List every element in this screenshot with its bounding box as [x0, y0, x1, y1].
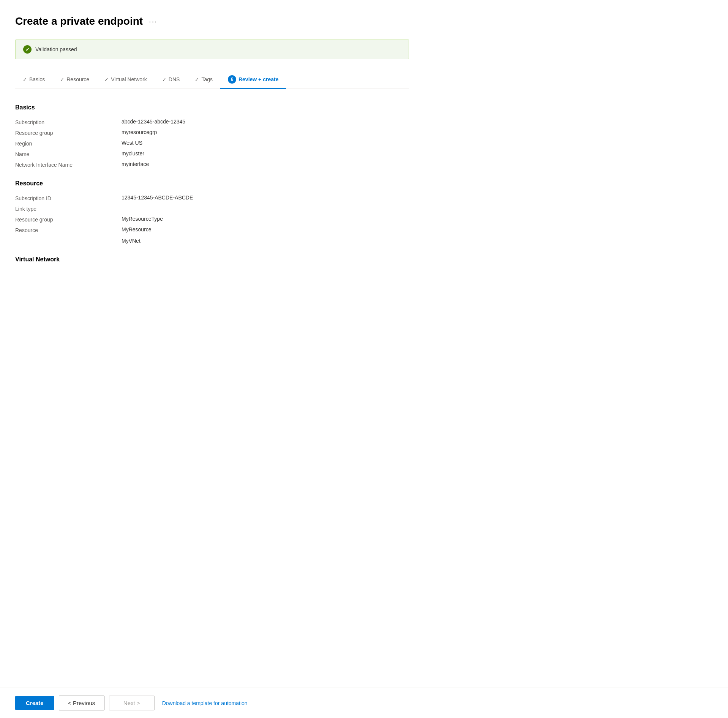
dns-check-icon: ✓: [162, 77, 166, 82]
tab-tags-label: Tags: [201, 76, 213, 82]
field-value-subscription-id: 12345-12345-ABCDE-ABCDE: [122, 195, 193, 201]
tab-basics-label: Basics: [29, 76, 45, 82]
field-row-name: Name mycluster: [15, 150, 409, 157]
basics-section-title: Basics: [15, 104, 409, 111]
field-label-region: Region: [15, 140, 122, 147]
field-row-subscription-id: Subscription ID 12345-12345-ABCDE-ABCDE: [15, 195, 409, 201]
validation-banner: Validation passed: [15, 40, 409, 59]
field-value-resource: MyResource: [122, 226, 152, 232]
tab-virtual-network-label: Virtual Network: [111, 76, 147, 82]
tab-resource-label: Resource: [66, 76, 89, 82]
field-label-subscription: Subscription: [15, 119, 122, 125]
field-label-resource-group-resource: Resource group: [15, 216, 122, 223]
tabs-container: ✓ Basics ✓ Resource ✓ Virtual Network ✓ …: [15, 71, 409, 89]
resource-check-icon: ✓: [60, 77, 64, 82]
tab-dns[interactable]: ✓ DNS: [155, 73, 188, 88]
field-label-nic-name: Network Interface Name: [15, 161, 122, 168]
page-title: Create a private endpoint: [15, 15, 143, 27]
tab-tags[interactable]: ✓ Tags: [187, 73, 220, 88]
field-value-resource-group-basics: myresourcegrp: [122, 129, 157, 135]
tab-dns-label: DNS: [169, 76, 180, 82]
field-row-myvnet: MyVNet: [15, 238, 409, 244]
field-value-myvnet: MyVNet: [122, 238, 141, 244]
content-area: Basics Subscription abcde-12345-abcde-12…: [15, 104, 409, 286]
field-label-link-type: Link type: [15, 205, 122, 212]
field-row-link-type: Link type: [15, 205, 409, 212]
field-label-subscription-id: Subscription ID: [15, 195, 122, 201]
review-create-badge: 6: [228, 75, 236, 84]
virtual-network-section-title: Virtual Network: [15, 256, 409, 263]
tab-review-create-label: Review + create: [238, 76, 278, 82]
tab-resource[interactable]: ✓ Resource: [52, 73, 97, 88]
field-value-nic-name: myinterface: [122, 161, 149, 167]
tab-virtual-network[interactable]: ✓ Virtual Network: [97, 73, 155, 88]
field-row-subscription: Subscription abcde-12345-abcde-12345: [15, 119, 409, 125]
tags-check-icon: ✓: [195, 77, 199, 82]
field-label-resource-group-basics: Resource group: [15, 129, 122, 136]
resource-section-title: Resource: [15, 180, 409, 187]
create-button[interactable]: Create: [15, 696, 54, 710]
field-value-name: mycluster: [122, 150, 144, 157]
bottom-bar: Create < Previous Next > Download a temp…: [0, 688, 424, 718]
field-value-region: West US: [122, 140, 142, 146]
page-title-container: Create a private endpoint ···: [15, 15, 409, 27]
field-row-nic-name: Network Interface Name myinterface: [15, 161, 409, 168]
field-row-region: Region West US: [15, 140, 409, 147]
field-row-resource: Resource MyResource: [15, 226, 409, 233]
field-value-subscription: abcde-12345-abcde-12345: [122, 119, 185, 125]
field-label-name: Name: [15, 150, 122, 157]
field-row-resource-group-basics: Resource group myresourcegrp: [15, 129, 409, 136]
validation-text: Validation passed: [35, 46, 77, 52]
field-value-resource-group-resource: MyResourceType: [122, 216, 163, 222]
field-label-resource: Resource: [15, 226, 122, 233]
validation-check-icon: [23, 45, 32, 54]
virtual-network-check-icon: ✓: [104, 77, 109, 82]
next-button: Next >: [109, 696, 155, 710]
previous-button[interactable]: < Previous: [59, 696, 104, 710]
tab-basics[interactable]: ✓ Basics: [15, 73, 52, 88]
tab-review-create[interactable]: 6 Review + create: [220, 71, 286, 89]
field-label-myvnet: [15, 238, 122, 239]
more-options-icon[interactable]: ···: [149, 17, 158, 26]
basics-check-icon: ✓: [23, 77, 27, 82]
field-row-resource-group-resource: Resource group MyResourceType: [15, 216, 409, 223]
download-template-link[interactable]: Download a template for automation: [162, 700, 248, 706]
